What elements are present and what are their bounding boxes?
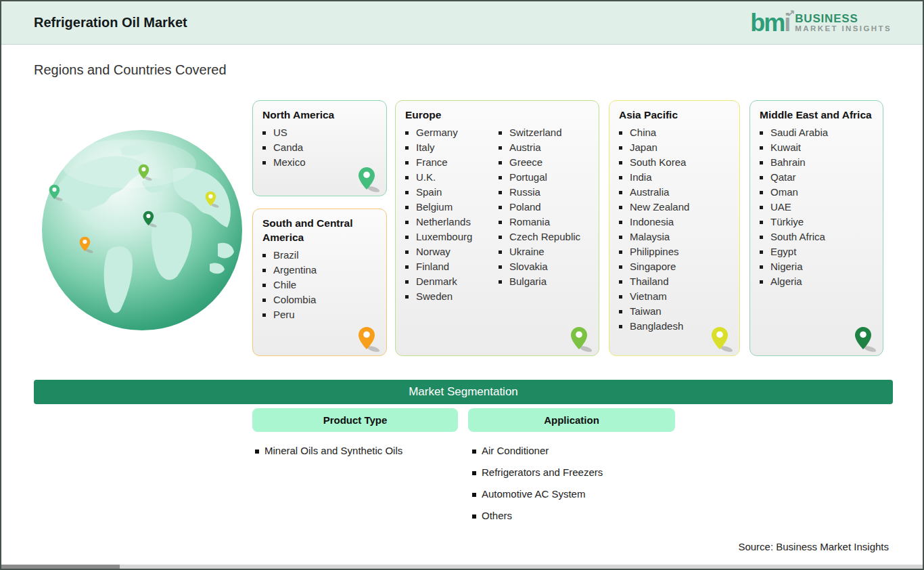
location-pin-icon [854, 326, 877, 352]
list-item: Vietnam [619, 289, 730, 304]
location-pin-icon [358, 326, 381, 352]
logo-line1: BUSINESS [795, 13, 892, 25]
globe-pin-europe-icon [138, 164, 153, 181]
globe-pin-north-america-icon [49, 184, 64, 201]
product-type-chip: Product Type [252, 408, 458, 432]
list-item: Finland [405, 259, 496, 274]
list-item: Denmark [405, 274, 496, 289]
location-pin-icon [570, 326, 593, 352]
list-item: Malaysia [619, 229, 730, 244]
list-item: Automotive AC System [472, 488, 603, 500]
list-item: U.K. [405, 170, 496, 185]
section-title: Regions and Countries Covered [34, 62, 227, 78]
list-item: Oman [760, 185, 873, 200]
list-item: China [619, 125, 730, 140]
list-item: Brazil [262, 248, 377, 263]
list-item: Australia [619, 185, 730, 200]
region-card-north-america: North America USCandaMexico [252, 100, 387, 196]
location-pin-icon [358, 167, 381, 192]
logo-text: BUSINESS MARKET INSIGHTS [795, 13, 892, 33]
country-list: SwitzerlandAustriaGreecePortugalRussiaPo… [499, 125, 589, 304]
horizontal-scrollbar[interactable] [1, 565, 923, 569]
globe-pin-asia-icon [205, 191, 220, 208]
country-list: BrazilArgentinaChileColombiaPeru [262, 248, 377, 322]
country-list: GermanyItalyFranceU.K.SpainBelgiumNether… [405, 125, 496, 304]
list-item: Spain [405, 185, 496, 200]
list-item: Egypt [760, 244, 873, 259]
page-title: Refrigeration Oil Market [34, 15, 187, 30]
list-item: Switzerland [499, 125, 589, 140]
list-item: South Korea [619, 155, 730, 170]
list-item: Slovakia [499, 259, 589, 274]
region-title: South and Central America [262, 216, 377, 244]
list-item: Algeria [760, 274, 873, 289]
list-item: Taiwan [619, 304, 730, 319]
country-list: USCandaMexico [262, 125, 377, 170]
list-item: France [405, 155, 496, 170]
application-chip: Application [468, 408, 675, 432]
scrollbar-thumb[interactable] [1, 565, 120, 569]
globe-image [41, 129, 244, 332]
list-item: Mineral Oils and Synthetic Oils [255, 445, 402, 457]
list-item: Others [472, 510, 603, 522]
list-item: Bulgaria [499, 274, 589, 289]
list-item: Luxembourg [405, 229, 496, 244]
region-title: Europe [405, 108, 589, 122]
list-item: Bahrain [760, 155, 873, 170]
list-item: South Africa [760, 229, 873, 244]
list-item: Ukraine [499, 244, 589, 259]
region-card-europe: Europe GermanyItalyFranceU.K.SpainBelgiu… [395, 100, 599, 356]
list-item: Japan [619, 140, 730, 155]
globe-pin-middle-east-africa-icon [143, 211, 158, 227]
list-item: Greece [499, 155, 589, 170]
list-item: Thailand [619, 274, 730, 289]
product-type-list: Mineral Oils and Synthetic Oils [255, 445, 402, 466]
list-item: Kuwait [760, 140, 873, 155]
list-item: Nigeria [760, 259, 873, 274]
list-item: Singapore [619, 259, 730, 274]
header-bar: Refrigeration Oil Market bmi ↗ BUSINESS … [1, 1, 923, 45]
list-item: UAE [760, 200, 873, 215]
europe-columns: GermanyItalyFranceU.K.SpainBelgiumNether… [405, 125, 589, 304]
region-card-south-central-america: South and Central America BrazilArgentin… [252, 209, 387, 356]
list-item: Belgium [405, 200, 496, 215]
list-item: Germany [405, 125, 496, 140]
list-item: Türkiye [760, 215, 873, 229]
list-item: Romania [499, 215, 589, 229]
list-item: Canda [262, 140, 377, 155]
list-item: Indonesia [619, 215, 730, 229]
globe-illustration [41, 129, 244, 332]
globe-pin-south-america-icon [79, 236, 94, 253]
list-item: Portugal [499, 170, 589, 185]
country-list: ChinaJapanSouth KoreaIndiaAustraliaNew Z… [619, 125, 730, 334]
product-type-label: Product Type [323, 414, 388, 426]
list-item: Colombia [262, 292, 377, 307]
bmi-logo: bmi ↗ BUSINESS MARKET INSIGHTS [750, 11, 892, 35]
region-title: North America [262, 108, 377, 122]
list-item: Sweden [405, 289, 496, 304]
logo-line2: MARKET INSIGHTS [795, 24, 892, 32]
list-item: India [619, 170, 730, 185]
list-item: Norway [405, 244, 496, 259]
list-item: Netherlands [405, 215, 496, 229]
list-item: Chile [262, 278, 377, 292]
region-card-asia-pacific: Asia Pacific ChinaJapanSouth KoreaIndiaA… [609, 100, 740, 356]
list-item: Peru [262, 307, 377, 322]
application-list: Air ConditionerRefrigerators and Freezer… [472, 445, 603, 531]
list-item: Saudi Arabia [760, 125, 873, 140]
location-pin-icon [711, 326, 734, 352]
region-title: Middle East and Africa [760, 108, 873, 122]
list-item: Poland [499, 200, 589, 215]
country-list: Saudi ArabiaKuwaitBahrainQatarOmanUAETür… [760, 125, 873, 289]
logo-monogram-green: bm [750, 9, 784, 37]
list-item: Austria [499, 140, 589, 155]
list-item: Czech Republic [499, 229, 589, 244]
list-item: Qatar [760, 170, 873, 185]
source-note: Source: Business Market Insights [738, 541, 889, 552]
market-segmentation-title: Market Segmentation [409, 385, 518, 399]
list-item: Italy [405, 140, 496, 155]
list-item: New Zealand [619, 200, 730, 215]
list-item: Air Conditioner [472, 445, 603, 457]
region-card-middle-east-africa: Middle East and Africa Saudi ArabiaKuwai… [749, 100, 883, 356]
list-item: Refrigerators and Freezers [472, 466, 603, 479]
